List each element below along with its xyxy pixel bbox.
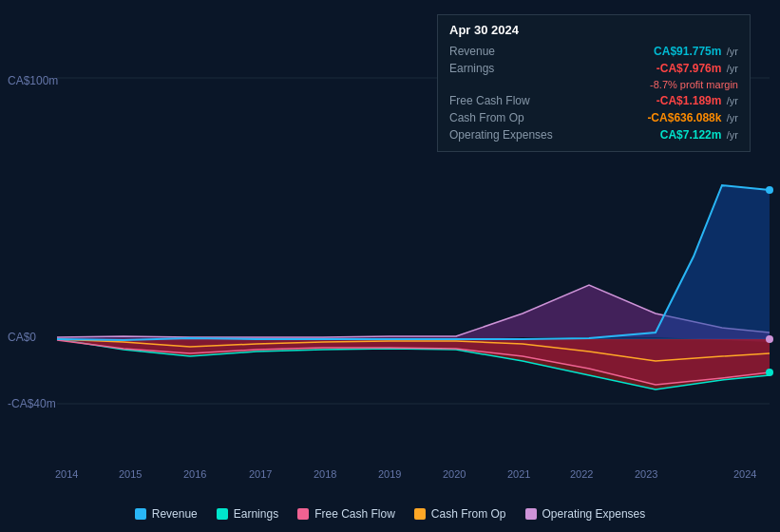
svg-point-6 — [766, 335, 773, 343]
tooltip-value-revenue: CA$91.775m /yr — [654, 45, 738, 58]
tooltip-label-earnings: Earnings — [449, 62, 573, 75]
legend-label-fcf: Free Cash Flow — [314, 507, 395, 521]
chart-legend: Revenue Earnings Free Cash Flow Cash Fro… — [0, 507, 780, 521]
tooltip-label-revenue: Revenue — [449, 45, 573, 58]
x-label-2019: 2019 — [378, 468, 401, 480]
legend-dot-revenue — [135, 508, 146, 520]
tooltip-label-opex: Operating Expenses — [449, 128, 573, 142]
legend-item-cashop[interactable]: Cash From Op — [414, 507, 506, 521]
svg-point-5 — [766, 186, 773, 194]
x-label-2018: 2018 — [314, 468, 336, 480]
tooltip-value-earnings: -CA$7.976m /yr — [656, 62, 738, 75]
tooltip-row-cashop: Cash From Op -CA$636.088k /yr — [449, 109, 738, 126]
legend-item-earnings[interactable]: Earnings — [217, 507, 278, 521]
tooltip-row-opex: Operating Expenses CA$7.122m /yr — [449, 126, 738, 143]
tooltip-value-opex: CA$7.122m /yr — [660, 128, 738, 142]
tooltip-label-cashop: Cash From Op — [449, 111, 573, 124]
legend-item-revenue[interactable]: Revenue — [135, 507, 198, 521]
y-label-100m: CA$100m — [8, 74, 58, 87]
tooltip-value-fcf: -CA$1.189m /yr — [656, 94, 738, 107]
x-label-2023: 2023 — [635, 468, 657, 480]
svg-point-7 — [766, 369, 773, 376]
tooltip-date: Apr 30 2024 — [449, 23, 738, 37]
tooltip-margin-value: -8.7% profit margin — [650, 79, 738, 90]
legend-dot-fcf — [297, 508, 309, 520]
legend-item-fcf[interactable]: Free Cash Flow — [297, 507, 395, 521]
legend-label-revenue: Revenue — [152, 507, 198, 521]
legend-dot-cashop — [414, 508, 426, 520]
legend-item-opex[interactable]: Operating Expenses — [525, 507, 646, 521]
legend-dot-opex — [525, 508, 537, 520]
tooltip-row-revenue: Revenue CA$91.775m /yr — [449, 43, 738, 60]
x-label-2020: 2020 — [443, 468, 466, 480]
legend-dot-earnings — [217, 508, 228, 520]
x-label-2022: 2022 — [570, 468, 593, 480]
legend-label-earnings: Earnings — [234, 507, 278, 521]
x-label-2017: 2017 — [249, 468, 272, 480]
x-label-2024: 2024 — [733, 468, 756, 480]
x-label-2021: 2021 — [507, 468, 530, 480]
tooltip-row-earnings: Earnings -CA$7.976m /yr — [449, 60, 738, 77]
legend-label-opex: Operating Expenses — [542, 507, 646, 521]
x-label-2015: 2015 — [119, 468, 142, 480]
x-label-2014: 2014 — [55, 468, 78, 480]
legend-label-cashop: Cash From Op — [431, 507, 506, 521]
tooltip-value-cashop: -CA$636.088k /yr — [647, 111, 738, 124]
tooltip-row-margin: -8.7% profit margin — [449, 77, 738, 92]
tooltip-row-fcf: Free Cash Flow -CA$1.189m /yr — [449, 92, 738, 109]
y-label-neg40m: -CA$40m — [8, 397, 56, 410]
chart-container: CA$100m CA$0 -CA$40m 2014 2015 2016 2017… — [0, 0, 780, 532]
x-label-2016: 2016 — [183, 468, 206, 480]
tooltip-label-fcf: Free Cash Flow — [449, 94, 573, 107]
y-label-0: CA$0 — [8, 331, 36, 344]
tooltip-panel: Apr 30 2024 Revenue CA$91.775m /yr Earni… — [437, 14, 751, 152]
